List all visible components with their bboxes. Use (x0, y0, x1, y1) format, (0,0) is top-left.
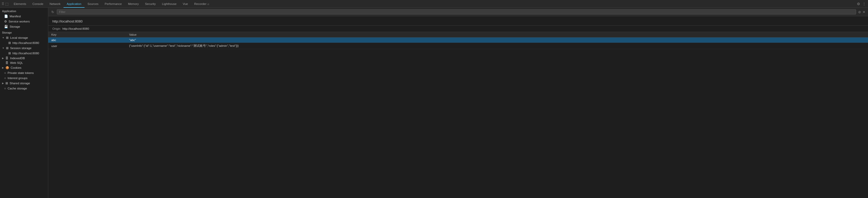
sidebar: Application 📄 Manifest ⚙ Service workers… (0, 8, 48, 198)
col-header-value: Value (126, 32, 868, 37)
private-state-tokens-label: Private state tokens (7, 71, 34, 74)
storage-url-heading: http://localhost:8080 (48, 16, 868, 26)
origin-value: http://localhost:8080 (62, 27, 89, 30)
table-row[interactable]: user{"userInfo":{"id":1,"username":"test… (48, 43, 868, 49)
local-storage-label: Local storage (10, 36, 28, 39)
tab-elements[interactable]: Elements (11, 0, 29, 8)
content-panel: ↻ ⊘ ✕ http://localhost:8080 Origin http:… (48, 8, 868, 198)
cookies-icon: 🍪 (5, 66, 9, 70)
interest-groups-label: Interest groups (7, 77, 28, 80)
devtools-icon-group: ⠿ ⬚ (2, 2, 8, 6)
sidebar-item-local-localhost[interactable]: ⊞ http://localhost:8080 (0, 40, 48, 45)
sidebar-manifest-label: Manifest (9, 15, 21, 18)
cell-key: user (48, 43, 126, 49)
settings-icon[interactable]: ⚙ (857, 2, 860, 6)
storage-app-icon: 💾 (4, 25, 8, 29)
tab-console[interactable]: Console (29, 0, 46, 8)
websql-icon: 🗄 (5, 61, 8, 64)
filter-icons: ⊘ ✕ (858, 10, 865, 14)
sidebar-item-service-workers[interactable]: ⚙ Service workers (0, 19, 48, 24)
cell-value: "abc" (126, 37, 868, 43)
more-icon[interactable]: ⋮ (862, 2, 866, 6)
indexeddb-icon: 🗄 (5, 56, 8, 60)
filter-input[interactable] (57, 9, 856, 14)
sidebar-item-session-localhost[interactable]: ⊞ http://localhost:8080 (0, 51, 48, 56)
websql-label: Web SQL (10, 61, 23, 64)
local-storage-icon: ⊞ (6, 36, 8, 40)
origin-label: Origin (52, 27, 60, 30)
sidebar-group-local-storage[interactable]: ▼ ⊞ Local storage (0, 35, 48, 40)
private-state-tokens-icon: ○ (4, 71, 6, 75)
sidebar-group-session-storage[interactable]: ▼ ⊞ Session storage (0, 45, 48, 51)
tab-lighthouse[interactable]: Lighthouse (159, 0, 180, 8)
tab-memory[interactable]: Memory (125, 0, 142, 8)
tab-vue[interactable]: Vue (180, 0, 191, 8)
storage-table: Key Value abc"abc"user{"userInfo":{"id":… (48, 32, 868, 49)
filter-close-icon[interactable]: ✕ (863, 10, 865, 14)
refresh-button[interactable]: ↻ (51, 9, 55, 14)
sidebar-item-manifest[interactable]: 📄 Manifest (0, 14, 48, 19)
sidebar-group-indexeddb[interactable]: ▶ 🗄 IndexedDB (0, 56, 48, 61)
manifest-icon: 📄 (4, 14, 8, 18)
app-section-title: Application (0, 8, 48, 14)
devtools-icon-2[interactable]: ⬚ (5, 2, 8, 6)
filter-bar: ↻ ⊘ ✕ (48, 8, 868, 16)
local-storage-arrow-icon: ▼ (2, 36, 4, 39)
local-localhost-label: http://localhost:8080 (12, 41, 39, 44)
top-tab-bar: ⠿ ⬚ Elements Console Network Application… (0, 0, 868, 8)
session-localhost-label: http://localhost:8080 (12, 52, 39, 55)
storage-table-container: Key Value abc"abc"user{"userInfo":{"id":… (48, 32, 868, 198)
origin-row: Origin http://localhost:8080 (48, 26, 868, 32)
tab-security[interactable]: Security (142, 0, 159, 8)
main-layout: Application 📄 Manifest ⚙ Service workers… (0, 8, 868, 198)
local-localhost-icon: ⊞ (8, 41, 11, 45)
tab-network[interactable]: Network (46, 0, 64, 8)
sidebar-item-interest-groups[interactable]: ○ Interest groups (0, 76, 48, 81)
cookies-label: Cookies (11, 66, 22, 69)
sidebar-group-cookies[interactable]: ▶ 🍪 Cookies (0, 65, 48, 70)
service-workers-icon: ⚙ (4, 19, 7, 23)
tab-recorder[interactable]: Recorder ⌕ (191, 0, 212, 8)
sidebar-storage-app-label: Storage (9, 25, 20, 28)
tab-performance[interactable]: Performance (102, 0, 125, 8)
cache-storage-icon: ○ (4, 87, 6, 90)
indexeddb-label: IndexedDB (10, 56, 25, 60)
cell-value: {"userInfo":{"id":1,"username":"test","n… (126, 43, 868, 49)
session-storage-icon: ⊞ (6, 46, 8, 50)
col-header-key: Key (48, 32, 126, 37)
table-row[interactable]: abc"abc" (48, 37, 868, 43)
cookies-arrow-icon: ▶ (2, 67, 4, 69)
table-header-row: Key Value (48, 32, 868, 37)
sidebar-item-private-state-tokens[interactable]: ○ Private state tokens (0, 70, 48, 76)
sidebar-item-cache-storage[interactable]: ○ Cache storage (0, 86, 48, 91)
sidebar-group-shared-storage[interactable]: ▶ ⊞ Shared storage (0, 81, 48, 86)
session-storage-arrow-icon: ▼ (2, 47, 4, 49)
top-right-icons: ⚙ ⋮ (857, 2, 868, 6)
storage-section-title: Storage (0, 29, 48, 35)
sidebar-item-storage-app[interactable]: 💾 Storage (0, 24, 48, 29)
url-text: http://localhost:8080 (52, 19, 83, 23)
shared-storage-label: Shared storage (9, 82, 30, 85)
cell-key: abc (48, 37, 126, 43)
interest-groups-icon: ○ (4, 76, 6, 80)
shared-storage-arrow-icon: ▶ (2, 82, 4, 84)
devtools-icon-1[interactable]: ⠿ (2, 2, 4, 6)
sidebar-service-workers-label: Service workers (8, 20, 30, 23)
session-storage-label: Session storage (10, 46, 31, 50)
cache-storage-label: Cache storage (7, 87, 27, 90)
sidebar-group-websql[interactable]: ▶ 🗄 Web SQL (0, 61, 48, 65)
tab-application[interactable]: Application (64, 0, 84, 8)
shared-storage-icon: ⊞ (5, 81, 8, 85)
filter-clear-icon[interactable]: ⊘ (858, 10, 861, 14)
session-localhost-icon: ⊞ (8, 51, 11, 55)
tab-sources[interactable]: Sources (85, 0, 102, 8)
indexeddb-arrow-icon: ▶ (2, 57, 4, 60)
